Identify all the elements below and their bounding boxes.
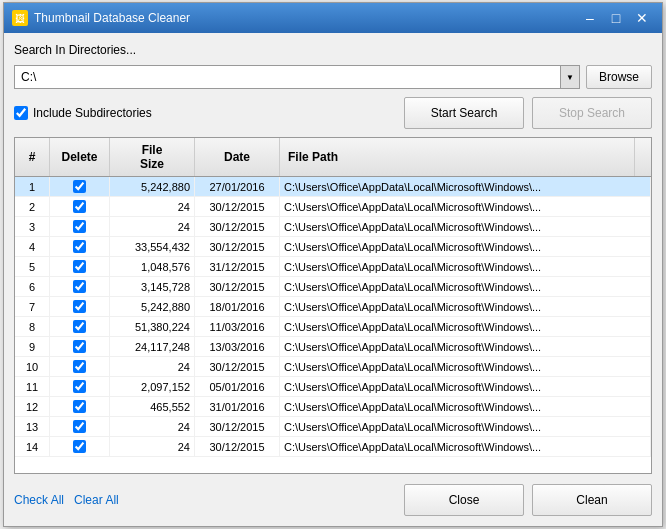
cell-delete[interactable] bbox=[50, 317, 110, 336]
cell-date: 27/01/2016 bbox=[195, 177, 280, 196]
table-header: # Delete FileSize Date File Path bbox=[15, 138, 651, 177]
delete-checkbox[interactable] bbox=[73, 400, 86, 413]
delete-checkbox[interactable] bbox=[73, 340, 86, 353]
cell-delete[interactable] bbox=[50, 417, 110, 436]
cell-filesize: 51,380,224 bbox=[110, 317, 195, 336]
include-subdir-label[interactable]: Include Subdirectories bbox=[14, 106, 152, 120]
table-row[interactable]: 9 24,117,248 13/03/2016 C:\Users\Office\… bbox=[15, 337, 651, 357]
directory-combo-wrap: ▼ bbox=[14, 65, 580, 89]
cell-date: 31/01/2016 bbox=[195, 397, 280, 416]
cell-delete[interactable] bbox=[50, 337, 110, 356]
table-row[interactable]: 2 24 30/12/2015 C:\Users\Office\AppData\… bbox=[15, 197, 651, 217]
cell-delete[interactable] bbox=[50, 437, 110, 456]
cell-filepath: C:\Users\Office\AppData\Local\Microsoft\… bbox=[280, 277, 651, 296]
cell-date: 05/01/2016 bbox=[195, 377, 280, 396]
cell-filepath: C:\Users\Office\AppData\Local\Microsoft\… bbox=[280, 177, 651, 196]
stop-search-button[interactable]: Stop Search bbox=[532, 97, 652, 129]
cell-filesize: 24,117,248 bbox=[110, 337, 195, 356]
close-window-button[interactable]: ✕ bbox=[630, 8, 654, 28]
table-row[interactable]: 4 33,554,432 30/12/2015 C:\Users\Office\… bbox=[15, 237, 651, 257]
content-area: Search In Directories... ▼ Browse Includ… bbox=[4, 33, 662, 526]
cell-filesize: 5,242,880 bbox=[110, 177, 195, 196]
table-row[interactable]: 11 2,097,152 05/01/2016 C:\Users\Office\… bbox=[15, 377, 651, 397]
delete-checkbox[interactable] bbox=[73, 380, 86, 393]
cell-num: 3 bbox=[15, 217, 50, 236]
table-row[interactable]: 13 24 30/12/2015 C:\Users\Office\AppData… bbox=[15, 417, 651, 437]
col-header-date: Date bbox=[195, 138, 280, 176]
cell-filesize: 465,552 bbox=[110, 397, 195, 416]
dropdown-arrow-icon[interactable]: ▼ bbox=[560, 65, 580, 89]
cell-date: 30/12/2015 bbox=[195, 197, 280, 216]
delete-checkbox[interactable] bbox=[73, 440, 86, 453]
maximize-button[interactable]: □ bbox=[604, 8, 628, 28]
cell-delete[interactable] bbox=[50, 237, 110, 256]
delete-checkbox[interactable] bbox=[73, 180, 86, 193]
cell-num: 9 bbox=[15, 337, 50, 356]
delete-checkbox[interactable] bbox=[73, 260, 86, 273]
cell-delete[interactable] bbox=[50, 357, 110, 376]
cell-date: 30/12/2015 bbox=[195, 357, 280, 376]
col-header-scrollbar-space bbox=[635, 138, 651, 176]
cell-num: 5 bbox=[15, 257, 50, 276]
cell-date: 13/03/2016 bbox=[195, 337, 280, 356]
cell-num: 12 bbox=[15, 397, 50, 416]
table-row[interactable]: 14 24 30/12/2015 C:\Users\Office\AppData… bbox=[15, 437, 651, 457]
directory-input[interactable] bbox=[14, 65, 580, 89]
cell-delete[interactable] bbox=[50, 257, 110, 276]
window-title: Thumbnail Database Cleaner bbox=[34, 11, 578, 25]
cell-filesize: 2,097,152 bbox=[110, 377, 195, 396]
app-icon: 🖼 bbox=[12, 10, 28, 26]
footer-links: Check All Clear All bbox=[14, 493, 119, 507]
table-row[interactable]: 1 5,242,880 27/01/2016 C:\Users\Office\A… bbox=[15, 177, 651, 197]
cell-filesize: 5,242,880 bbox=[110, 297, 195, 316]
cell-num: 6 bbox=[15, 277, 50, 296]
browse-button[interactable]: Browse bbox=[586, 65, 652, 89]
table-row[interactable]: 10 24 30/12/2015 C:\Users\Office\AppData… bbox=[15, 357, 651, 377]
cell-num: 10 bbox=[15, 357, 50, 376]
delete-checkbox[interactable] bbox=[73, 280, 86, 293]
delete-checkbox[interactable] bbox=[73, 420, 86, 433]
directory-row: ▼ Browse bbox=[14, 65, 652, 89]
cell-delete[interactable] bbox=[50, 397, 110, 416]
clear-all-link[interactable]: Clear All bbox=[74, 493, 119, 507]
cell-delete[interactable] bbox=[50, 277, 110, 296]
delete-checkbox[interactable] bbox=[73, 360, 86, 373]
table-row[interactable]: 5 1,048,576 31/12/2015 C:\Users\Office\A… bbox=[15, 257, 651, 277]
cell-filesize: 24 bbox=[110, 197, 195, 216]
check-all-link[interactable]: Check All bbox=[14, 493, 64, 507]
table-row[interactable]: 6 3,145,728 30/12/2015 C:\Users\Office\A… bbox=[15, 277, 651, 297]
table-row[interactable]: 12 465,552 31/01/2016 C:\Users\Office\Ap… bbox=[15, 397, 651, 417]
cell-delete[interactable] bbox=[50, 197, 110, 216]
cell-delete[interactable] bbox=[50, 297, 110, 316]
cell-filesize: 24 bbox=[110, 217, 195, 236]
clean-button[interactable]: Clean bbox=[532, 484, 652, 516]
cell-filesize: 1,048,576 bbox=[110, 257, 195, 276]
delete-checkbox[interactable] bbox=[73, 300, 86, 313]
delete-checkbox[interactable] bbox=[73, 200, 86, 213]
delete-checkbox[interactable] bbox=[73, 320, 86, 333]
table-body: 1 5,242,880 27/01/2016 C:\Users\Office\A… bbox=[15, 177, 651, 473]
results-table-container: # Delete FileSize Date File Path 1 5,242… bbox=[14, 137, 652, 474]
table-row[interactable]: 3 24 30/12/2015 C:\Users\Office\AppData\… bbox=[15, 217, 651, 237]
include-subdir-checkbox[interactable] bbox=[14, 106, 28, 120]
close-button[interactable]: Close bbox=[404, 484, 524, 516]
minimize-button[interactable]: – bbox=[578, 8, 602, 28]
delete-checkbox[interactable] bbox=[73, 220, 86, 233]
search-buttons-group: Start Search Stop Search bbox=[404, 97, 652, 129]
table-row[interactable]: 7 5,242,880 18/01/2016 C:\Users\Office\A… bbox=[15, 297, 651, 317]
cell-delete[interactable] bbox=[50, 377, 110, 396]
cell-num: 13 bbox=[15, 417, 50, 436]
cell-num: 11 bbox=[15, 377, 50, 396]
cell-filepath: C:\Users\Office\AppData\Local\Microsoft\… bbox=[280, 337, 651, 356]
cell-delete[interactable] bbox=[50, 217, 110, 236]
cell-filepath: C:\Users\Office\AppData\Local\Microsoft\… bbox=[280, 197, 651, 216]
cell-filesize: 33,554,432 bbox=[110, 237, 195, 256]
cell-delete[interactable] bbox=[50, 177, 110, 196]
search-dir-label: Search In Directories... bbox=[14, 43, 652, 57]
cell-date: 11/03/2016 bbox=[195, 317, 280, 336]
cell-filesize: 3,145,728 bbox=[110, 277, 195, 296]
start-search-button[interactable]: Start Search bbox=[404, 97, 524, 129]
main-window: 🖼 Thumbnail Database Cleaner – □ ✕ Searc… bbox=[3, 2, 663, 527]
delete-checkbox[interactable] bbox=[73, 240, 86, 253]
table-row[interactable]: 8 51,380,224 11/03/2016 C:\Users\Office\… bbox=[15, 317, 651, 337]
